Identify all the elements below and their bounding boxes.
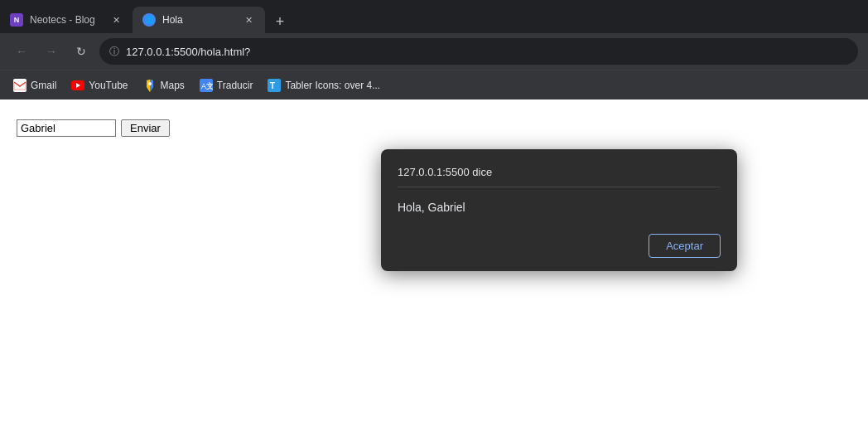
bookmarks-bar: Gmail YouTube Maps [0, 70, 868, 99]
bookmark-traducir[interactable]: A 文 Traducir [193, 75, 260, 95]
forward-button[interactable]: → [40, 40, 63, 63]
hola-favicon: 🌐 [142, 13, 156, 27]
bookmark-tabler[interactable]: T Tabler Icons: over 4... [261, 75, 387, 95]
name-input[interactable] [17, 119, 116, 137]
svg-text:T: T [270, 81, 275, 90]
translate-favicon: A 文 [200, 79, 213, 92]
svg-text:文: 文 [206, 82, 213, 90]
dialog-message: Hola, Gabriel [398, 201, 721, 214]
address-bar: ← → ↻ ⓘ 127.0.0.1:5500/hola.html? [0, 33, 868, 70]
tab-neotecs[interactable]: N Neotecs - Blog ✕ [0, 7, 133, 33]
dialog-actions: Aceptar [398, 234, 721, 258]
tab-bar: N Neotecs - Blog ✕ 🌐 Hola ✕ + [0, 0, 868, 33]
bookmark-youtube[interactable]: YouTube [65, 75, 134, 95]
neotecs-tab-title: Neotecs - Blog [30, 14, 103, 26]
refresh-button[interactable]: ↻ [70, 40, 93, 63]
dialog-title: 127.0.0.1:5500 dice [398, 166, 721, 187]
svg-rect-0 [13, 79, 27, 92]
youtube-favicon [71, 79, 84, 92]
tab-hola[interactable]: 🌐 Hola ✕ [133, 7, 265, 33]
gmail-label: Gmail [31, 80, 56, 91]
hola-tab-title: Hola [162, 14, 235, 26]
back-button[interactable]: ← [10, 40, 33, 63]
info-icon: ⓘ [109, 45, 119, 59]
tabler-favicon: T [268, 79, 281, 92]
aceptar-button[interactable]: Aceptar [649, 234, 721, 258]
bookmark-maps[interactable]: Maps [137, 75, 191, 95]
svg-point-3 [148, 82, 152, 85]
page-content: Enviar 127.0.0.1:5500 dice Hola, Gabriel… [0, 99, 868, 427]
enviar-button[interactable]: Enviar [121, 119, 170, 137]
gmail-favicon [13, 79, 27, 92]
hola-tab-close[interactable]: ✕ [242, 13, 255, 27]
dialog-overlay: 127.0.0.1:5500 dice Hola, Gabriel Acepta… [0, 99, 868, 427]
address-input[interactable]: ⓘ 127.0.0.1:5500/hola.html? [99, 38, 858, 65]
bookmark-gmail[interactable]: Gmail [7, 75, 63, 95]
neotecs-tab-close[interactable]: ✕ [109, 13, 123, 27]
tabler-label: Tabler Icons: over 4... [285, 80, 380, 91]
address-text: 127.0.0.1:5500/hola.html? [126, 46, 250, 58]
browser-chrome: N Neotecs - Blog ✕ 🌐 Hola ✕ + ← → ↻ ⓘ 12… [0, 0, 868, 99]
traducir-label: Traducir [217, 80, 253, 91]
maps-favicon [143, 79, 157, 92]
form-area: Enviar [17, 119, 851, 137]
neotecs-favicon: N [10, 13, 23, 27]
dialog-box: 127.0.0.1:5500 dice Hola, Gabriel Acepta… [381, 149, 737, 271]
youtube-label: YouTube [89, 80, 128, 91]
maps-label: Maps [161, 80, 185, 91]
new-tab-button[interactable]: + [268, 10, 292, 33]
